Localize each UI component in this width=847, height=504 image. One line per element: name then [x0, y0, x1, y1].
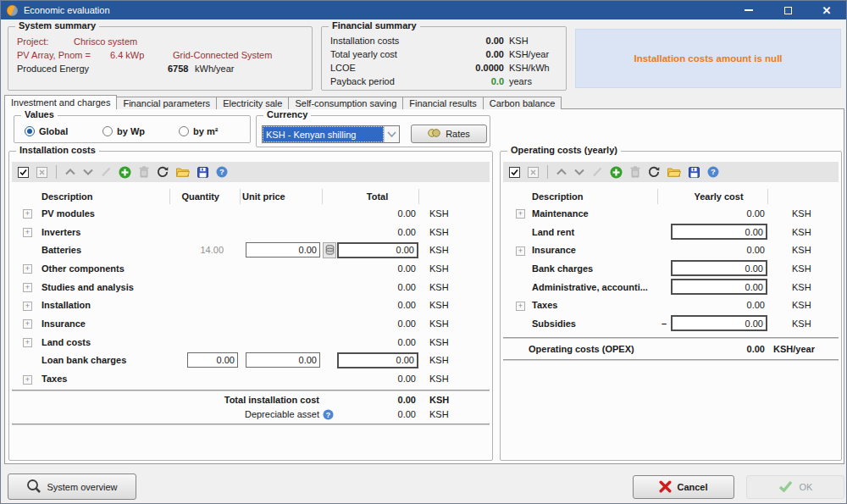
row-label: Maintenance: [532, 208, 658, 219]
system-summary-group: System summary Project: Chrisco system P…: [8, 26, 313, 91]
opex-value: 0.00: [670, 344, 768, 354]
subsidies-minus-sign: –: [658, 318, 670, 329]
produced-energy-label: Produced Energy: [17, 64, 89, 74]
table-row[interactable]: Land rent KSH: [503, 223, 839, 241]
edit-icon[interactable]: [592, 167, 602, 177]
deselect-all-icon[interactable]: [528, 167, 539, 178]
table-row[interactable]: Administrative, accounti... KSH: [503, 278, 839, 296]
table-row[interactable]: + PV modules 0.00 KSH: [12, 204, 490, 223]
edit-icon[interactable]: [101, 167, 111, 177]
open-icon[interactable]: [176, 167, 190, 177]
help-icon[interactable]: ?: [323, 409, 336, 420]
land-rent-input[interactable]: [671, 224, 767, 240]
bank-charges-input[interactable]: [671, 260, 767, 276]
fin-row: Installation costs 0.00 KSH: [322, 36, 566, 49]
total-installation-row: Total installation cost 0.00 KSH: [12, 393, 490, 407]
refresh-icon[interactable]: [157, 166, 169, 178]
loan-charges-total-input[interactable]: [337, 352, 418, 368]
fin-row: Payback period 0.0 years: [322, 76, 566, 90]
expand-icon[interactable]: +: [23, 264, 32, 274]
loan-charges-input-2[interactable]: [246, 352, 320, 368]
table-row[interactable]: + Insurance 0.00 KSH: [12, 314, 490, 333]
table-row[interactable]: + Insurance 0.00 KSH: [503, 241, 839, 259]
move-down-icon[interactable]: [83, 169, 93, 175]
tab-financial-parameters[interactable]: Financial parameters: [116, 97, 217, 109]
expand-icon[interactable]: +: [23, 338, 32, 347]
expand-icon[interactable]: +: [23, 283, 32, 292]
rates-button[interactable]: Rates: [411, 125, 487, 143]
move-up-icon[interactable]: [65, 169, 75, 175]
battery-database-button[interactable]: [323, 242, 336, 258]
maximize-button[interactable]: [768, 1, 807, 19]
subsidies-input[interactable]: [671, 315, 767, 331]
delete-icon[interactable]: [139, 166, 149, 178]
tab-financial-results[interactable]: Financial results: [402, 97, 483, 109]
expand-icon[interactable]: +: [23, 209, 32, 219]
radio-label: by Wp: [117, 126, 145, 136]
refresh-icon[interactable]: [648, 166, 660, 178]
row-label: Taxes: [42, 374, 170, 384]
add-icon[interactable]: [119, 166, 131, 179]
depreciable-asset-unit: KSH: [419, 409, 490, 419]
radio-by-wp[interactable]: by Wp: [102, 126, 145, 136]
expand-icon[interactable]: +: [23, 375, 32, 385]
expand-icon[interactable]: +: [516, 246, 525, 256]
cancel-button[interactable]: Cancel: [633, 475, 734, 499]
toolbar-separator: [547, 165, 548, 179]
table-row[interactable]: Batteries 14.00 KSH: [12, 241, 490, 259]
table-row[interactable]: + Other components 0.00 KSH: [12, 259, 490, 278]
table-row[interactable]: Loan bank charges KSH: [12, 352, 490, 370]
help-icon[interactable]: ?: [216, 166, 228, 178]
currency-select[interactable]: KSH - Kenyan shilling: [262, 125, 400, 143]
table-row[interactable]: Bank charges KSH: [503, 259, 839, 278]
tab-carbon-balance[interactable]: Carbon balance: [483, 97, 562, 109]
minimize-button[interactable]: [729, 1, 768, 19]
table-row[interactable]: + Taxes 0.00 KSH: [12, 369, 490, 388]
open-icon[interactable]: [667, 167, 681, 177]
tab-electricity-sale[interactable]: Electricity sale: [216, 97, 289, 109]
select-all-icon[interactable]: [509, 167, 520, 178]
expand-icon[interactable]: +: [23, 319, 32, 329]
radio-global[interactable]: Global: [25, 126, 68, 136]
move-down-icon[interactable]: [574, 169, 584, 175]
help-icon[interactable]: ?: [707, 166, 719, 178]
table-row[interactable]: + Land costs 0.00 KSH: [12, 333, 490, 352]
system-overview-button[interactable]: System overview: [8, 474, 136, 500]
radio-by-m2[interactable]: by m²: [179, 126, 218, 136]
expand-icon[interactable]: +: [516, 209, 525, 219]
table-row[interactable]: + Maintenance 0.00 KSH: [503, 204, 839, 223]
tab-investment-and-charges[interactable]: Investment and charges: [4, 95, 117, 109]
save-icon[interactable]: [689, 167, 700, 178]
deselect-all-icon[interactable]: [36, 167, 47, 178]
produced-energy-value: 6758: [168, 64, 188, 74]
dropdown-icon: [384, 126, 399, 142]
expand-icon[interactable]: +: [23, 302, 32, 311]
tab-strip: Investment and charges Financial paramet…: [4, 95, 561, 109]
batteries-unit-price-input[interactable]: [246, 242, 320, 258]
expand-icon[interactable]: +: [23, 228, 32, 237]
col-description: Description: [42, 189, 170, 204]
table-row[interactable]: + Taxes 0.00 KSH: [503, 296, 839, 314]
batteries-total-input[interactable]: [337, 242, 418, 258]
loan-charges-input-1[interactable]: [187, 352, 238, 368]
tab-self-consumption-saving[interactable]: Self-consumption saving: [288, 97, 403, 109]
fin-value: 0.0000: [432, 63, 504, 73]
currency-title: Currency: [263, 109, 311, 119]
move-up-icon[interactable]: [556, 169, 567, 175]
table-row[interactable]: + Studies and analysis 0.00 KSH: [12, 278, 490, 296]
table-row[interactable]: + Inverters 0.00 KSH: [12, 223, 490, 241]
project-value: Chrisco system: [74, 36, 137, 47]
row-unit: KSH: [419, 227, 490, 237]
table-row[interactable]: + Installation 0.00 KSH: [12, 296, 490, 314]
administrative-input[interactable]: [671, 279, 767, 295]
produced-energy-unit: kWh/year: [195, 64, 234, 74]
add-icon[interactable]: [610, 166, 623, 179]
expand-icon[interactable]: +: [516, 302, 525, 311]
select-all-icon[interactable]: [18, 167, 29, 178]
save-icon[interactable]: [197, 167, 208, 178]
financial-summary-title: Financial summary: [329, 20, 420, 30]
delete-icon[interactable]: [630, 166, 640, 178]
table-row[interactable]: Subsidies – KSH: [503, 314, 839, 333]
ok-button[interactable]: OK: [746, 475, 844, 499]
close-button[interactable]: ✕: [807, 1, 846, 19]
